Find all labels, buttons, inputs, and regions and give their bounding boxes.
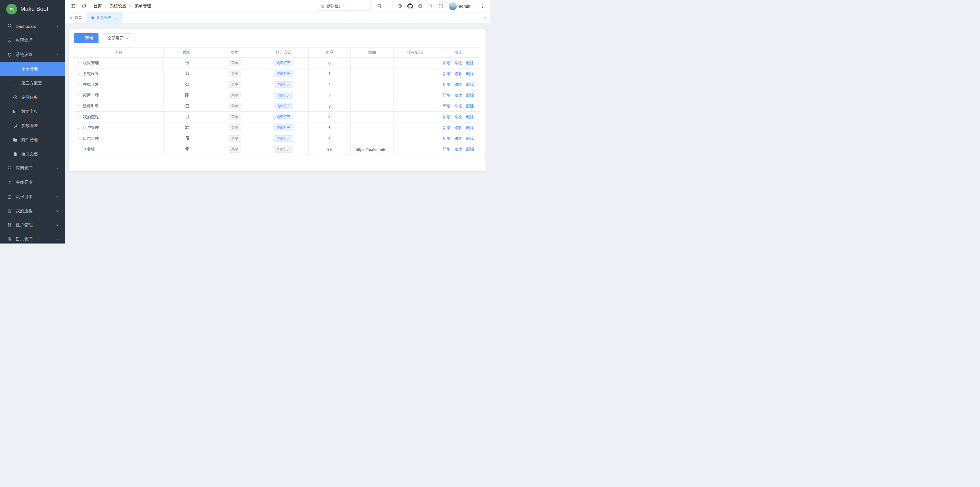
- row-action-修改[interactable]: 修改: [454, 136, 462, 141]
- tenant-select[interactable]: 默认租户: [317, 2, 371, 11]
- tabs-dropdown-icon[interactable]: [480, 13, 490, 23]
- row-action-新增[interactable]: 新增: [442, 147, 450, 152]
- open-mode-tag: 内部打开: [274, 60, 293, 67]
- kebab-menu-icon[interactable]: [478, 2, 487, 11]
- route-value: [351, 101, 394, 112]
- row-action-删除[interactable]: 删除: [466, 71, 474, 77]
- gitee-icon[interactable]: G: [416, 2, 425, 11]
- sidebar-item[interactable]: 系统设置: [0, 48, 65, 62]
- row-action-修改[interactable]: 修改: [454, 125, 462, 131]
- tab-菜单管理[interactable]: 菜单管理: [87, 13, 123, 23]
- sidebar-subitem[interactable]: 菜单管理: [0, 62, 65, 76]
- grid-icon: [7, 24, 12, 29]
- row-action-新增[interactable]: 新增: [442, 71, 450, 77]
- font-size-icon[interactable]: [385, 2, 394, 11]
- expand-row-icon[interactable]: [77, 72, 81, 75]
- row-action-删除[interactable]: 删除: [466, 115, 474, 120]
- row-action-修改[interactable]: 修改: [454, 61, 462, 65]
- row-action-新增[interactable]: 新增: [442, 61, 450, 65]
- route-value: [351, 57, 394, 69]
- row-action-删除[interactable]: 删除: [466, 61, 474, 65]
- sidebar-item[interactable]: 我的流程: [0, 204, 65, 218]
- sidebar-subitem[interactable]: 参数管理: [0, 118, 65, 133]
- row-action-删除[interactable]: 删除: [466, 125, 474, 131]
- open-mode-tag: 内部打开: [274, 81, 293, 88]
- sidebar-subitem[interactable]: 第三方配置: [0, 76, 65, 90]
- expand-all-button[interactable]: 全部展开: [102, 33, 135, 43]
- sidebar-subitem[interactable]: 定时任务: [0, 90, 65, 104]
- expand-row-icon[interactable]: [77, 126, 81, 129]
- app-root: Maku Boot Dashboard权限管理系统设置菜单管理第三方配置定时任务…: [0, 0, 490, 244]
- table-row: 在线开发菜单内部打开2新增修改删除: [74, 79, 480, 90]
- table-row: 租户管理菜单内部打开5新增修改删除: [74, 123, 480, 133]
- row-actions: 新增修改删除: [436, 61, 480, 65]
- sidebar-item[interactable]: Dashboard: [0, 19, 65, 33]
- row-action-修改[interactable]: 修改: [454, 104, 462, 109]
- open-mode-tag: 内部打开: [274, 92, 293, 99]
- expand-row-icon[interactable]: [77, 61, 81, 65]
- row-action-修改[interactable]: 修改: [454, 93, 462, 98]
- sidebar-item[interactable]: 权限管理: [0, 33, 65, 48]
- refresh-icon[interactable]: [80, 2, 88, 11]
- row-action-删除[interactable]: 删除: [466, 93, 474, 98]
- row-action-修改[interactable]: 修改: [454, 115, 462, 120]
- breadcrumb-item[interactable]: 菜单管理: [135, 3, 151, 9]
- sidebar-subitem[interactable]: 附件管理: [0, 133, 65, 147]
- tab-首页[interactable]: 首页: [65, 13, 87, 23]
- table-row: 日志管理菜单内部打开6新增修改删除: [74, 133, 480, 144]
- translate-icon[interactable]: [375, 2, 384, 11]
- tab-label: 首页: [75, 15, 82, 20]
- row-action-删除[interactable]: 删除: [466, 147, 474, 152]
- plus-icon: [79, 37, 83, 40]
- row-actions: 新增修改删除: [436, 147, 480, 152]
- row-action-删除[interactable]: 删除: [466, 82, 474, 87]
- table-row: 我的流程菜单内部打开4新增修改删除: [74, 112, 480, 123]
- github-icon[interactable]: [406, 2, 415, 11]
- type-tag: 菜单: [229, 146, 241, 153]
- collapse-sidebar-icon[interactable]: [69, 2, 78, 11]
- close-icon[interactable]: [115, 16, 118, 19]
- expand-row-icon[interactable]: [77, 115, 81, 119]
- expand-row-icon[interactable]: [77, 137, 81, 141]
- breadcrumb: 首页系统设置菜单管理: [94, 3, 151, 9]
- row-action-新增[interactable]: 新增: [442, 136, 450, 141]
- row-action-修改[interactable]: 修改: [454, 147, 462, 152]
- sort-value: 2: [308, 79, 351, 90]
- expand-row-icon[interactable]: [77, 104, 81, 108]
- sidebar-item[interactable]: 应用管理: [0, 161, 65, 175]
- clipboard-check-icon: [185, 104, 189, 108]
- menu-table: 名称图标类型打开方式排序路由授权标识操作 权限管理菜单内部打开0新增修改删除系统…: [74, 48, 480, 155]
- row-action-修改[interactable]: 修改: [454, 71, 462, 77]
- chevron-right-icon: [104, 4, 108, 8]
- sidebar-subitem[interactable]: 数据字典: [0, 104, 65, 118]
- doc-user-icon: [7, 209, 12, 213]
- gear-icon: [185, 71, 189, 76]
- row-action-新增[interactable]: 新增: [442, 115, 450, 120]
- add-button[interactable]: 新增: [74, 33, 99, 43]
- row-action-新增[interactable]: 新增: [442, 82, 450, 87]
- sidebar-item[interactable]: 租户管理: [0, 218, 65, 232]
- sidebar-subitem[interactable]: 接口文档: [0, 147, 65, 161]
- row-action-新增[interactable]: 新增: [442, 104, 450, 109]
- expand-row-icon[interactable]: [77, 83, 81, 86]
- breadcrumb-item[interactable]: 系统设置: [110, 3, 126, 9]
- row-action-修改[interactable]: 修改: [454, 82, 462, 87]
- row-action-删除[interactable]: 删除: [466, 136, 474, 141]
- expand-row-icon[interactable]: [77, 94, 81, 97]
- breadcrumb-item[interactable]: 首页: [94, 3, 102, 9]
- globe-icon[interactable]: [396, 2, 404, 11]
- avatar: [449, 2, 457, 11]
- search-icon[interactable]: [426, 2, 435, 11]
- sidebar-item[interactable]: 日志管理: [0, 232, 65, 242]
- sidebar-subitem-label: 第三方配置: [21, 80, 59, 86]
- header-actions: 默认租户 G admin: [317, 2, 487, 11]
- row-action-新增[interactable]: 新增: [442, 125, 450, 131]
- sidebar-item[interactable]: 流程引擎: [0, 190, 65, 204]
- building-icon: [320, 4, 325, 8]
- row-action-新增[interactable]: 新增: [442, 93, 450, 98]
- sidebar-item[interactable]: 在线开发: [0, 175, 65, 190]
- row-actions: 新增修改删除: [436, 82, 480, 87]
- row-action-删除[interactable]: 删除: [466, 104, 474, 109]
- fullscreen-icon[interactable]: [437, 2, 445, 11]
- user-menu[interactable]: admin: [449, 2, 476, 11]
